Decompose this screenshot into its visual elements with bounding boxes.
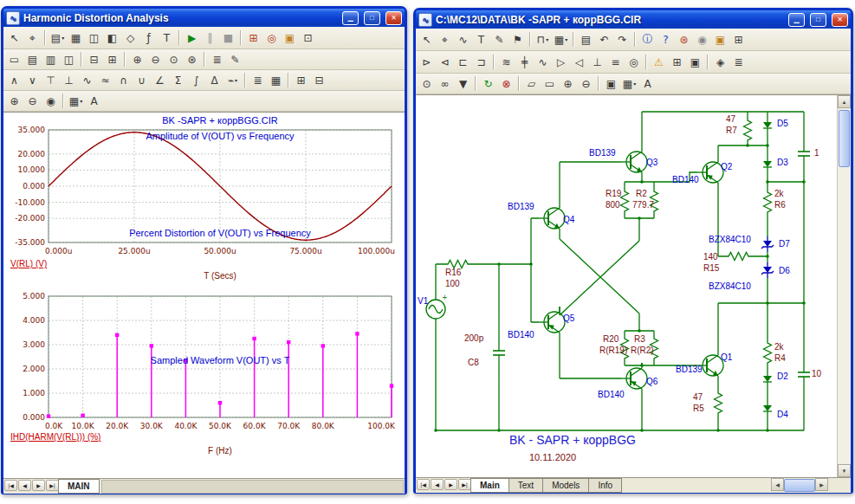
zener-d7[interactable] <box>761 236 774 252</box>
tab-main[interactable]: Main <box>470 478 509 493</box>
scroll-left-button[interactable]: ◀ <box>771 478 784 491</box>
amplitude-chart[interactable]: 0.000u25.000u50.000u75.000u100.000u35.00… <box>5 113 402 286</box>
label-zener-lower[interactable]: BZX84C10 <box>709 281 751 291</box>
zoom-window-button[interactable]: ◉ <box>42 93 60 110</box>
schematic-title[interactable]: BK - SAPR + коррBGG <box>509 433 636 447</box>
first-page-button[interactable]: |◀ <box>417 479 430 490</box>
source-v1[interactable]: + <box>426 294 448 319</box>
command-button[interactable]: ⊞ <box>729 31 748 48</box>
previous-page-button[interactable]: ◀ <box>431 479 444 490</box>
zoom-in-button[interactable]: ⊕ <box>559 75 577 93</box>
stop-button[interactable]: ■ <box>219 29 237 47</box>
flag-mode-button[interactable]: ⚑ <box>508 31 527 48</box>
quad-plots-button[interactable]: ◫ <box>60 51 78 68</box>
label-zener-upper[interactable]: BZX84C10 <box>709 235 751 244</box>
border-button[interactable]: ▣ <box>686 54 704 71</box>
scroll-up-button[interactable]: ▲ <box>838 95 851 108</box>
maximize-button[interactable]: □ <box>810 13 826 27</box>
point-to-point-button[interactable]: ⊛ <box>675 31 693 48</box>
resistor-r15[interactable] <box>725 253 751 261</box>
tab-info[interactable]: Info <box>588 478 622 493</box>
previous-page-button[interactable]: ◀ <box>18 480 31 491</box>
diode-d5[interactable] <box>763 117 772 134</box>
wire-mode-button[interactable]: ∿ <box>454 31 472 48</box>
label-q6[interactable]: Q6 <box>646 377 658 386</box>
label-c8-value[interactable]: 200p <box>464 333 484 343</box>
component-dropdown[interactable]: ⊓▾ <box>534 31 552 48</box>
transistor-q6[interactable] <box>621 363 647 394</box>
label-r3-name[interactable]: R3 <box>634 334 645 344</box>
last-page-button[interactable]: ▶| <box>46 480 59 491</box>
zener-part-button[interactable]: ◁ <box>570 54 588 71</box>
envelope-button[interactable]: ≈ <box>96 72 114 89</box>
nmos-part-button[interactable]: ⊏ <box>454 54 472 71</box>
scale-mode-button[interactable]: ◫ <box>85 29 103 47</box>
plot-window-titlebar[interactable]: ∿ Harmonic Distortion Analysis ▁ □ ✕ <box>3 9 405 27</box>
frequency-button[interactable]: ∪ <box>133 72 151 89</box>
schedule-button[interactable]: ▦ <box>267 72 285 89</box>
transistor-q3[interactable] <box>621 146 647 178</box>
label-q4-model[interactable]: BD139 <box>508 202 534 211</box>
calculator-button[interactable]: ≣ <box>729 54 748 71</box>
label-cap-top-value[interactable]: 1 <box>814 148 819 158</box>
label-r16-name[interactable]: R16 <box>445 268 462 277</box>
single-plot-button[interactable]: ▭ <box>5 51 23 68</box>
zoom-area-button[interactable]: ⊙ <box>165 51 183 68</box>
low-tag-button[interactable]: ⊥ <box>60 72 78 89</box>
resistor-r5[interactable] <box>715 390 722 416</box>
zoom-out-button[interactable]: ⊖ <box>23 93 42 110</box>
label-r6-name[interactable]: R6 <box>774 200 786 210</box>
select-tool[interactable]: ↖ <box>5 29 23 47</box>
select-tool[interactable]: ↖ <box>418 31 436 48</box>
point-tag-button[interactable]: ◇ <box>121 29 139 47</box>
copy-button[interactable]: ▱ <box>522 75 541 93</box>
next-page-button[interactable]: ▶ <box>32 480 45 491</box>
help-mode-button[interactable]: ? <box>657 31 675 48</box>
resistor-r19[interactable] <box>621 188 629 214</box>
waveform-tag-button[interactable]: ∿ <box>78 72 96 89</box>
label-r20-name[interactable]: R20 <box>603 334 619 344</box>
warning-button[interactable]: ⚠ <box>650 54 668 71</box>
label-v1[interactable]: V1 <box>418 296 429 306</box>
zener-d6[interactable] <box>761 262 774 278</box>
resistor-r6[interactable] <box>764 189 772 215</box>
redo-button[interactable]: ↷ <box>613 31 632 48</box>
close-button[interactable]: ✕ <box>832 13 848 27</box>
horizontal-scrollbar[interactable]: ◀ ▶ <box>771 478 851 493</box>
integral-button[interactable]: ∫ <box>187 72 205 89</box>
valley-tag-button[interactable]: ∨ <box>23 72 42 89</box>
resistor-r7[interactable] <box>744 117 752 143</box>
stacked-plots-button[interactable]: ▤ <box>23 51 42 68</box>
ground-part-button[interactable]: ⊥ <box>588 54 606 71</box>
graphics-mode-button[interactable]: ✎ <box>490 31 508 48</box>
scroll-right-button[interactable]: ▶ <box>815 478 828 491</box>
delta-button[interactable]: Δ <box>205 72 223 89</box>
label-r7-name[interactable]: R7 <box>726 126 737 135</box>
diode-part-button[interactable]: ▷ <box>552 54 570 71</box>
diode-d2[interactable] <box>763 371 772 388</box>
label-r5-name[interactable]: R5 <box>693 404 704 413</box>
label-q2[interactable]: Q2 <box>721 162 733 171</box>
scroll-down-button[interactable]: ▼ <box>838 464 851 477</box>
minimize-button[interactable]: ▁ <box>342 11 359 25</box>
cursor-mode-button[interactable]: ⌖ <box>23 29 42 47</box>
run-button[interactable]: ▶ <box>183 29 201 47</box>
period-button[interactable]: ∩ <box>114 72 133 89</box>
font-button[interactable]: A <box>638 75 657 93</box>
tracker-button[interactable]: ⊟ <box>310 72 328 89</box>
transistor-q5[interactable] <box>539 307 565 338</box>
label-r6-value[interactable]: 2k <box>774 189 785 198</box>
grid-dropdown-button[interactable]: ▦▾ <box>67 93 85 110</box>
list-button[interactable]: ≣ <box>249 72 267 89</box>
split-horizontal-button[interactable]: ⊟ <box>85 51 103 68</box>
peak-tag-button[interactable]: ∧ <box>5 72 23 89</box>
split-vertical-button[interactable]: ⊞ <box>103 51 121 68</box>
attribute-text-button[interactable]: ▣ <box>711 31 729 48</box>
pan-mode-button[interactable]: ◧ <box>103 29 121 47</box>
transistor-q2[interactable] <box>697 157 723 188</box>
label-r2-name[interactable]: R2 <box>636 189 647 198</box>
tab-text[interactable]: Text <box>508 478 543 493</box>
node-numbers-button[interactable]: ⊙ <box>418 75 436 93</box>
find-button[interactable]: ∞ <box>436 75 454 93</box>
undo-button[interactable]: ↶ <box>595 31 613 48</box>
